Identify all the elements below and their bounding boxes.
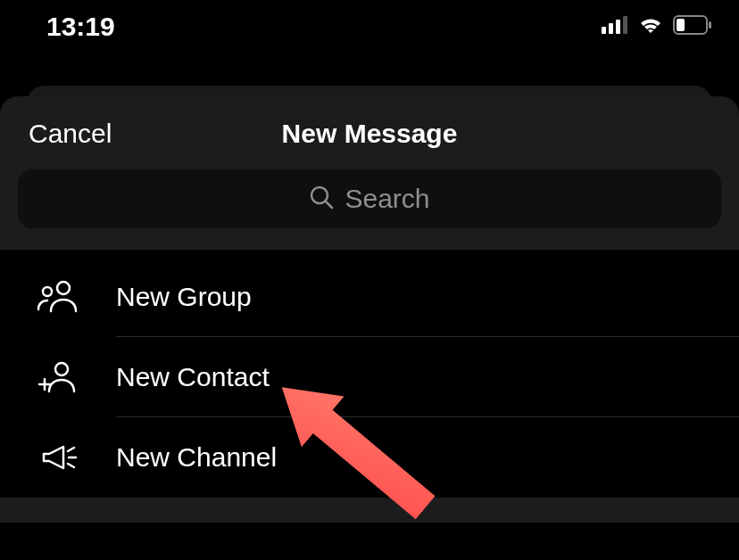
status-time: 13:19 [46, 12, 115, 42]
svg-point-9 [57, 282, 70, 294]
svg-rect-1 [609, 23, 613, 34]
svg-rect-2 [616, 20, 620, 34]
status-bar: 13:19 [0, 0, 739, 50]
svg-rect-3 [623, 16, 627, 34]
new-contact-row[interactable]: New Contact [0, 337, 739, 417]
options-list: New Group New Contact New Channel [0, 250, 739, 498]
search-placeholder: Search [345, 184, 429, 214]
add-contact-icon [0, 359, 116, 395]
modal-title: New Message [282, 119, 458, 149]
new-group-row[interactable]: New Group [0, 257, 739, 337]
new-channel-label: New Channel [116, 442, 277, 473]
wifi-icon [637, 15, 664, 38]
svg-rect-6 [709, 21, 711, 29]
battery-icon [673, 15, 712, 38]
svg-line-16 [68, 464, 74, 467]
new-group-label: New Group [116, 282, 252, 312]
status-icons [602, 15, 712, 38]
modal-header: Cancel New Message [0, 125, 739, 169]
svg-line-8 [326, 202, 332, 208]
svg-rect-5 [677, 19, 685, 31]
bottom-bar [0, 498, 739, 523]
svg-point-11 [55, 363, 68, 375]
search-icon [309, 185, 334, 213]
new-contact-label: New Contact [116, 362, 270, 392]
group-icon [0, 279, 116, 315]
svg-rect-0 [602, 27, 606, 34]
svg-line-15 [68, 448, 74, 451]
svg-point-10 [43, 287, 52, 296]
search-input[interactable]: Search [18, 169, 721, 228]
cellular-icon [602, 16, 628, 37]
cancel-button[interactable]: Cancel [29, 119, 112, 149]
megaphone-icon [0, 440, 116, 475]
new-channel-row[interactable]: New Channel [0, 417, 739, 498]
new-message-modal: Cancel New Message Search [0, 96, 739, 250]
